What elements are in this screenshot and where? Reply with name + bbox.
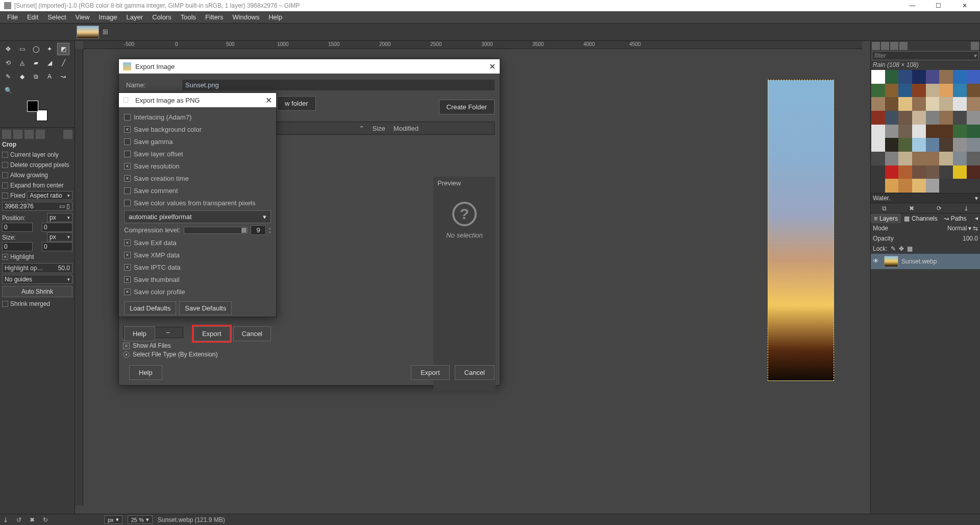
export-button[interactable]: Export xyxy=(411,365,450,380)
gradient-tool-icon[interactable]: ◢ xyxy=(43,57,56,69)
position-unit[interactable]: px▾ xyxy=(47,213,72,222)
pos-x-input[interactable] xyxy=(2,223,33,232)
menu-help[interactable]: Help xyxy=(264,12,286,22)
open-icon[interactable]: ⤓ xyxy=(962,204,970,212)
refresh-icon[interactable]: ⟳ xyxy=(935,204,943,212)
lock-pixels-icon[interactable]: ✎ xyxy=(891,245,896,252)
compression-slider[interactable] xyxy=(184,227,248,234)
checkbox[interactable] xyxy=(2,162,8,168)
dock-icon[interactable] xyxy=(881,42,889,50)
dock-icon[interactable] xyxy=(890,42,898,50)
checkbox[interactable] xyxy=(2,152,8,158)
checkbox-savecomment[interactable] xyxy=(124,187,131,194)
redo-icon[interactable]: ↻ xyxy=(43,516,48,523)
checkbox[interactable] xyxy=(2,172,8,178)
pattern-grid[interactable] xyxy=(871,69,980,193)
visibility-icon[interactable]: 👁 xyxy=(873,257,881,266)
rect-select-tool-icon[interactable]: ▭ xyxy=(16,43,28,55)
fg-color-swatch[interactable] xyxy=(27,101,38,112)
minimize-button[interactable]: — xyxy=(901,0,924,11)
close-tab-icon[interactable]: ☒ xyxy=(101,28,109,36)
delete-icon[interactable]: ✖ xyxy=(908,204,916,212)
lock-alpha-icon[interactable]: ▦ xyxy=(907,245,913,252)
clone-tool-icon[interactable]: ⧉ xyxy=(30,70,42,83)
image-tab-thumb[interactable] xyxy=(77,26,99,39)
maximize-button[interactable]: ☐ xyxy=(927,0,950,11)
move-tool-icon[interactable]: ✥ xyxy=(2,43,14,55)
tabicon[interactable] xyxy=(24,130,34,139)
dock-icon[interactable] xyxy=(899,42,908,50)
checkbox-interlacing[interactable] xyxy=(124,114,131,121)
undo-icon[interactable]: ↺ xyxy=(16,516,21,523)
dock-icon[interactable] xyxy=(872,42,880,50)
lasso-tool-icon[interactable]: ◯ xyxy=(30,43,42,55)
checkbox-savetransparent[interactable] xyxy=(124,200,131,206)
warp-tool-icon[interactable]: ◬ xyxy=(16,57,28,69)
brush-tool-icon[interactable]: ╱ xyxy=(57,57,69,69)
pencil-tool-icon[interactable]: ✎ xyxy=(2,70,14,83)
zoom-tool-icon[interactable]: 🔍 xyxy=(2,84,14,97)
aspect-ratio-select[interactable]: Aspect ratio▾ xyxy=(27,191,72,200)
checkbox[interactable] xyxy=(2,301,8,307)
menu-image[interactable]: Image xyxy=(94,12,121,22)
menu-colors[interactable]: Colors xyxy=(148,12,176,22)
checkbox[interactable] xyxy=(2,193,8,199)
rotate-tool-icon[interactable]: ⟲ xyxy=(2,57,14,69)
checkbox-saveiptc[interactable] xyxy=(124,264,131,271)
blend-mode-select[interactable]: Normal ▾ ⇆ xyxy=(947,225,978,232)
filename-input[interactable]: Sunset.png xyxy=(182,80,495,90)
checkbox-savecreation[interactable] xyxy=(124,175,131,182)
panel-menu-icon[interactable]: ◂ xyxy=(973,213,980,223)
size-unit[interactable]: px▾ xyxy=(47,232,72,242)
wand-tool-icon[interactable]: ✦ xyxy=(43,43,56,55)
tabicon[interactable] xyxy=(36,130,45,139)
dock-menu-icon[interactable] xyxy=(971,42,979,50)
auto-shrink-button[interactable]: Auto Shrink xyxy=(2,286,72,297)
checkbox-savegamma[interactable] xyxy=(124,138,131,145)
close-icon[interactable]: ✕ xyxy=(265,96,272,105)
menu-select[interactable]: Select xyxy=(43,12,70,22)
menu-edit[interactable]: Edit xyxy=(23,12,42,22)
pos-y-input[interactable] xyxy=(42,223,72,232)
lock-position-icon[interactable]: ✥ xyxy=(899,245,904,252)
compression-value[interactable]: 9 xyxy=(251,225,266,235)
checkbox-savecolorprofile[interactable] xyxy=(124,289,131,295)
opacity-value[interactable]: 100.0 xyxy=(963,235,978,242)
size-column[interactable]: Size xyxy=(369,123,389,134)
menu-file[interactable]: File xyxy=(3,12,22,22)
guides-select[interactable]: No guides▾ xyxy=(2,275,72,284)
checkbox-saveexif[interactable] xyxy=(124,240,131,246)
modified-column[interactable]: Modified xyxy=(389,123,423,134)
fgbg-color[interactable] xyxy=(27,101,47,121)
unit-select[interactable]: px ▾ xyxy=(104,515,122,524)
tabicon[interactable] xyxy=(2,130,11,139)
cancel-button[interactable]: Cancel xyxy=(233,326,271,341)
folder-button[interactable]: w folder xyxy=(277,96,316,111)
help-button[interactable]: Help xyxy=(129,365,162,380)
status-icon[interactable]: ⤓ xyxy=(3,516,8,523)
duplicate-icon[interactable]: ⧉ xyxy=(880,204,889,212)
help-button[interactable]: Help xyxy=(124,326,155,341)
create-folder-button[interactable]: Create Folder xyxy=(439,100,495,114)
layer-name[interactable]: Sunset.webp xyxy=(901,258,937,265)
radio[interactable]: • xyxy=(123,351,130,358)
menu-layer[interactable]: Layer xyxy=(122,12,148,22)
ratio-field[interactable]: 3968:2976▭ ▯ xyxy=(2,202,72,211)
channels-tab[interactable]: ▦Channels xyxy=(901,213,941,223)
path-tool-icon[interactable]: ↝ xyxy=(57,70,69,83)
eraser-tool-icon[interactable]: ◆ xyxy=(16,70,28,83)
layers-tab[interactable]: ≡Layers xyxy=(871,213,901,223)
load-defaults-button[interactable]: Load Defaults xyxy=(124,301,176,315)
menu-tools[interactable]: Tools xyxy=(177,12,200,22)
checkbox-savebg[interactable] xyxy=(124,126,131,133)
dialog-titlebar[interactable]: ⬚ Export Image as PNG ✕ xyxy=(119,93,276,107)
pixelformat-select[interactable]: automatic pixelformat▾ xyxy=(124,210,271,223)
checkbox-saveres[interactable] xyxy=(124,163,131,170)
paths-tab[interactable]: ↝Paths xyxy=(941,213,970,223)
menu-filters[interactable]: Filters xyxy=(201,12,227,22)
layer-item[interactable]: 👁 Sunset.webp xyxy=(871,254,980,269)
zoom-select[interactable]: 25 % ▾ xyxy=(128,515,153,524)
bucket-tool-icon[interactable]: ▰ xyxy=(30,57,42,69)
save-defaults-button[interactable]: Save Defaults xyxy=(179,301,232,315)
export-button[interactable]: Export xyxy=(193,326,230,341)
